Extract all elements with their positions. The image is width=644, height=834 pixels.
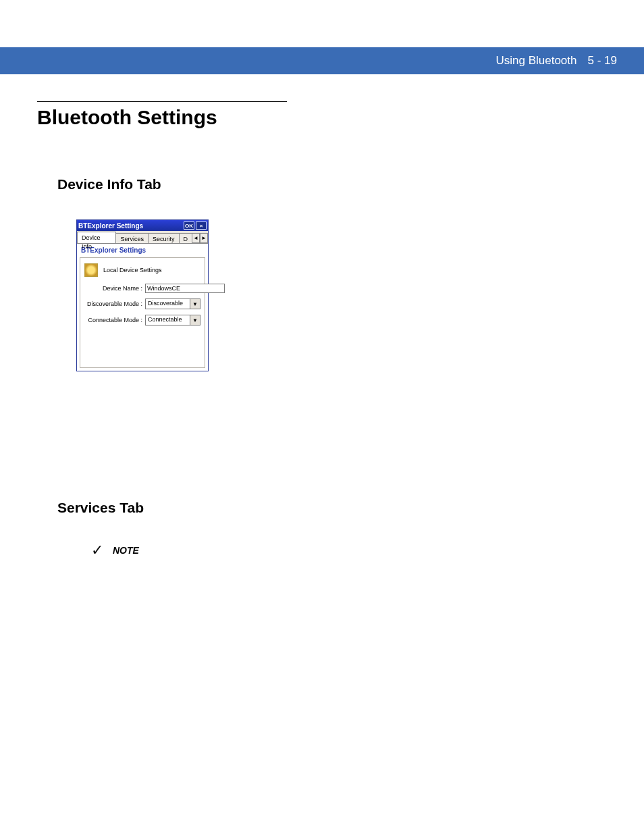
- header-section-title: Using Bluetooth: [495, 54, 576, 68]
- chevron-down-icon: ▼: [190, 315, 200, 325]
- tab-scroll-controls: ◄ ►: [192, 233, 208, 243]
- services-section: Services Tab ✓ NOTE: [37, 500, 607, 558]
- services-heading: Services Tab: [57, 500, 607, 516]
- tab-scroll-right[interactable]: ►: [200, 233, 208, 243]
- wince-client-area: Local Device Settings Device Name : Disc…: [80, 257, 205, 368]
- check-icon: ✓: [91, 543, 103, 558]
- device-info-heading: Device Info Tab: [57, 176, 607, 192]
- tab-scroll-left[interactable]: ◄: [192, 233, 200, 243]
- gear-icon: [84, 263, 98, 277]
- tab-truncated[interactable]: D: [179, 233, 193, 243]
- discoverable-mode-select[interactable]: Discoverable ▼: [145, 298, 200, 309]
- note-label: NOTE: [113, 545, 139, 556]
- document-page: Using Bluetooth 5 - 19 Bluetooth Setting…: [0, 0, 644, 834]
- section-heading: Bluetooth Settings: [37, 106, 607, 129]
- wince-dialog: BTExplorer Settings OK × Device Info Ser…: [76, 219, 209, 371]
- page-content: Bluetooth Settings Device Info Tab BTExp…: [37, 101, 607, 558]
- page-header-bar: Using Bluetooth 5 - 19: [0, 47, 644, 74]
- connectable-mode-row: Connectable Mode : Connectable ▼: [84, 315, 200, 325]
- header-page-number: 5 - 19: [588, 54, 617, 68]
- tab-security[interactable]: Security: [148, 233, 180, 243]
- connectable-mode-select[interactable]: Connectable ▼: [145, 315, 200, 325]
- discoverable-mode-value: Discoverable: [146, 299, 190, 309]
- close-button[interactable]: ×: [196, 221, 207, 230]
- wince-title-text: BTExplorer Settings: [78, 222, 182, 230]
- section-rule: [37, 101, 287, 102]
- ok-button[interactable]: OK: [184, 221, 194, 230]
- local-device-settings-row: Local Device Settings: [84, 263, 200, 277]
- wince-subtitle: BTExplorer Settings: [77, 244, 208, 256]
- discoverable-mode-label: Discoverable Mode :: [84, 301, 145, 307]
- connectable-mode-value: Connectable: [146, 315, 190, 325]
- tab-services[interactable]: Services: [115, 233, 149, 243]
- device-name-input[interactable]: [145, 284, 225, 293]
- note-row: ✓ NOTE: [91, 543, 607, 558]
- wince-tabstrip: Device Info Services Security D ◄ ►: [77, 231, 208, 244]
- wince-titlebar: BTExplorer Settings OK ×: [77, 220, 208, 231]
- tab-device-info[interactable]: Device Info: [77, 232, 116, 243]
- chevron-down-icon: ▼: [190, 299, 200, 309]
- local-device-settings-label: Local Device Settings: [103, 267, 162, 273]
- connectable-mode-label: Connectable Mode :: [84, 317, 145, 323]
- device-name-row: Device Name :: [84, 284, 200, 293]
- discoverable-mode-row: Discoverable Mode : Discoverable ▼: [84, 298, 200, 309]
- device-name-label: Device Name :: [84, 285, 145, 292]
